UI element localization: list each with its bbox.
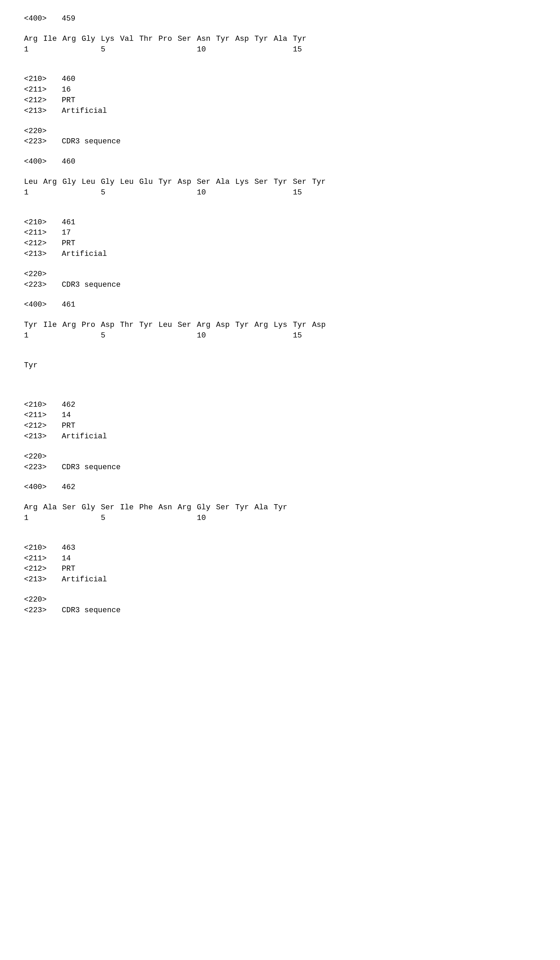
residue: Thr xyxy=(139,34,158,45)
position-number xyxy=(274,513,293,524)
tag-val: 462 xyxy=(62,400,75,411)
tag-key: <211> xyxy=(24,228,62,238)
position-number xyxy=(235,513,254,524)
position-number xyxy=(120,513,139,524)
residue: Gly xyxy=(101,177,120,187)
position-number xyxy=(312,187,331,198)
tag-val: 461 xyxy=(62,300,75,310)
residue: Arg xyxy=(43,177,62,187)
position-number xyxy=(43,513,62,524)
residue: Lys xyxy=(101,34,120,45)
tag-val: CDR3 sequence xyxy=(62,136,121,147)
position-number xyxy=(312,331,331,341)
position-number xyxy=(43,187,62,198)
residue: Tyr xyxy=(158,177,178,187)
residue: Thr xyxy=(120,320,139,331)
residue: Ser xyxy=(254,177,274,187)
tag-213: <213>Artificial xyxy=(24,432,536,442)
position-number xyxy=(235,45,254,55)
position-number: 10 xyxy=(197,513,216,524)
residue: Tyr xyxy=(274,502,293,513)
position-row: 151015 xyxy=(24,331,536,341)
position-number xyxy=(82,331,101,341)
residue: Gly xyxy=(82,502,101,513)
residue: Tyr xyxy=(274,177,293,187)
sequence-row: TyrIleArgProAspThrTyrLeuSerArgAspTyrArgL… xyxy=(24,320,536,331)
position-number: 5 xyxy=(101,331,120,341)
position-number xyxy=(158,513,178,524)
position-number: 1 xyxy=(24,45,43,55)
tag-key: <211> xyxy=(24,85,62,95)
tag-212: <212>PRT xyxy=(24,421,536,432)
tag-key: <212> xyxy=(24,564,62,574)
tag-val: CDR3 sequence xyxy=(62,605,121,616)
position-number: 15 xyxy=(293,187,312,198)
tag-key: <210> xyxy=(24,543,62,554)
tag-key: <220> xyxy=(24,595,62,605)
tag-key: <210> xyxy=(24,400,62,411)
position-number xyxy=(178,513,197,524)
position-number xyxy=(62,331,82,341)
residue: Ser xyxy=(293,177,312,187)
sequence-row: ArgAlaSerGlySerIlePheAsnArgGlySerTyrAlaT… xyxy=(24,502,536,513)
tag-220: <220> xyxy=(24,452,536,462)
tag-key: <400> xyxy=(24,300,62,310)
residue: Tyr xyxy=(312,177,331,187)
residue: Pro xyxy=(158,34,178,45)
residue: Arg xyxy=(178,502,197,513)
tag-212: <212>PRT xyxy=(24,564,536,574)
position-row: 151015 xyxy=(24,187,536,198)
position-number xyxy=(178,331,197,341)
position-number xyxy=(274,331,293,341)
residue: Val xyxy=(120,34,139,45)
position-number xyxy=(254,45,274,55)
tag-val: PRT xyxy=(62,238,75,249)
position-number xyxy=(139,187,158,198)
position-number xyxy=(139,45,158,55)
position-number xyxy=(158,331,178,341)
tag-key: <400> xyxy=(24,482,62,493)
residue: Asp xyxy=(235,34,254,45)
tag-key: <400> xyxy=(24,157,62,167)
tag-223: <223>CDR3 sequence xyxy=(24,136,536,147)
tag-key: <213> xyxy=(24,249,62,260)
tag-val: PRT xyxy=(62,95,75,106)
position-number: 10 xyxy=(197,187,216,198)
position-number: 1 xyxy=(24,187,43,198)
residue: Tyr xyxy=(24,320,43,331)
residue: Arg xyxy=(24,502,43,513)
tag-key: <220> xyxy=(24,126,62,137)
tag-223: <223>CDR3 sequence xyxy=(24,462,536,473)
residue: Leu xyxy=(82,177,101,187)
tag-223: <223>CDR3 sequence xyxy=(24,605,536,616)
position-number xyxy=(82,45,101,55)
position-number xyxy=(43,331,62,341)
position-number xyxy=(120,45,139,55)
tag-key: <213> xyxy=(24,574,62,585)
tag-val: 460 xyxy=(62,157,75,167)
residue: Arg xyxy=(24,34,43,45)
residue: Ser xyxy=(216,502,235,513)
position-number: 10 xyxy=(197,45,216,55)
tag-211: <211>14 xyxy=(24,410,536,421)
residue: Ser xyxy=(197,177,216,187)
position-number xyxy=(62,45,82,55)
tag-key: <211> xyxy=(24,410,62,421)
position-number: 1 xyxy=(24,331,43,341)
tag-key: <223> xyxy=(24,280,62,291)
tag-211: <211>17 xyxy=(24,228,536,238)
tag-213: <213>Artificial xyxy=(24,106,536,117)
position-number: 5 xyxy=(101,187,120,198)
residue: Ala xyxy=(216,177,235,187)
position-number xyxy=(139,513,158,524)
tag-val: CDR3 sequence xyxy=(62,462,121,473)
residue: Gly xyxy=(62,177,82,187)
position-number: 10 xyxy=(197,331,216,341)
tag-val: 462 xyxy=(62,482,75,493)
residue: Asp xyxy=(178,177,197,187)
position-row: 1510 xyxy=(24,513,536,524)
tag-220: <220> xyxy=(24,269,536,280)
position-number xyxy=(158,45,178,55)
tag-400: <400>460 xyxy=(24,157,536,167)
tag-400: <400>462 xyxy=(24,482,536,493)
